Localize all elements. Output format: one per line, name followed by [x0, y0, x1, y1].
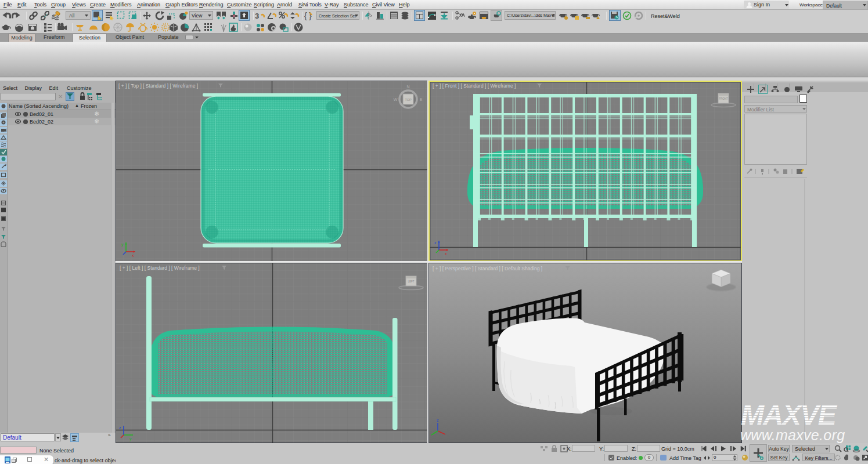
svg-text:TOP: TOP	[405, 98, 412, 102]
svg-text:z: z	[437, 418, 439, 422]
svg-text:{: {	[304, 11, 307, 20]
svg-text:FRONT: FRONT	[719, 97, 728, 100]
svg-text:W: W	[394, 97, 398, 102]
svg-text:x: x	[132, 253, 134, 258]
svg-text:x: x	[445, 252, 447, 256]
svg-text:z: z	[119, 426, 121, 430]
svg-text:N: N	[406, 85, 409, 89]
svg-text:y: y	[121, 242, 124, 247]
svg-text:www.maxve.org: www.maxve.org	[740, 427, 845, 443]
svg-text:[ + ] [ Perspective ] [ Standa: [ + ] [ Perspective ] [ Standard ] [ Def…	[433, 266, 542, 271]
svg-text:[ + ] [ Top ] [ Standard ] [ W: [ + ] [ Top ] [ Standard ] [ Wireframe ]	[118, 83, 198, 89]
svg-text:3: 3	[255, 12, 259, 20]
svg-text:y: y	[129, 437, 132, 441]
svg-text:LEFT: LEFT	[408, 280, 414, 283]
svg-text:z: z	[434, 241, 437, 245]
svg-text:}: }	[309, 11, 312, 20]
svg-text:[ + ] [ Front ] [ Standard ] [: [ + ] [ Front ] [ Standard ] [ Wireframe…	[433, 83, 516, 89]
svg-text:MAXVE: MAXVE	[741, 400, 838, 430]
svg-text:E: E	[420, 97, 423, 102]
svg-text:[ + ] [ Left ] [ Standard ] [: [ + ] [ Left ] [ Standard ] [ Wireframe …	[120, 265, 200, 271]
